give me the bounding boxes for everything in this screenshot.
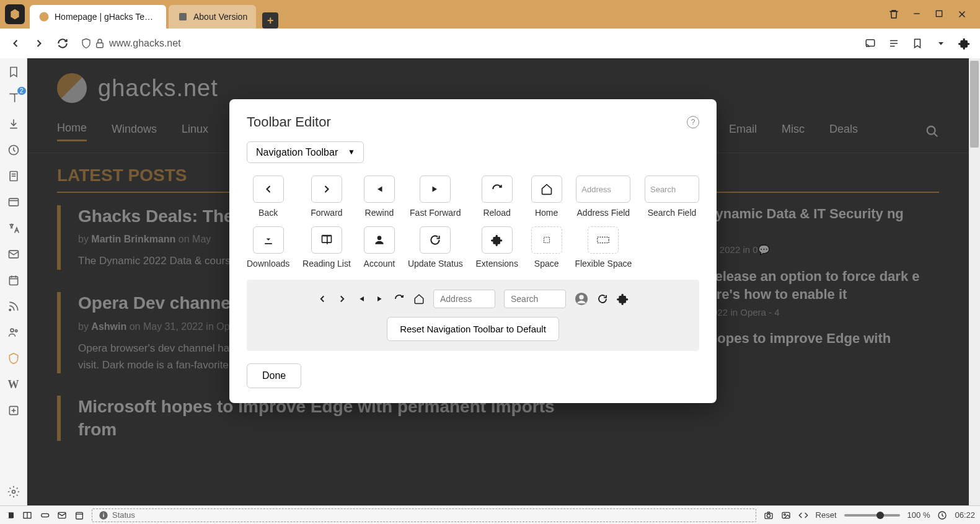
trash-icon[interactable] <box>888 9 899 20</box>
favicon-icon <box>38 11 50 22</box>
preview-reload-icon[interactable] <box>394 293 405 304</box>
item-reload[interactable]: Reload <box>475 175 518 218</box>
site-logo-icon <box>57 73 87 103</box>
new-tab-button[interactable]: + <box>262 12 278 29</box>
toolbar-select[interactable]: Navigation Toolbar <box>247 141 364 163</box>
zoom-slider[interactable] <box>844 514 900 517</box>
item-search-field[interactable]: SearchSearch Field <box>645 175 699 218</box>
reload-button[interactable] <box>53 34 72 53</box>
item-downloads[interactable]: Downloads <box>247 226 289 269</box>
window-panel-icon[interactable] <box>6 195 21 210</box>
lock-icon[interactable] <box>94 38 105 49</box>
preview-account-icon[interactable] <box>575 292 588 306</box>
mail-status-icon[interactable] <box>57 510 67 520</box>
wikipedia-panel-icon[interactable]: W <box>6 377 21 392</box>
preview-forward-icon[interactable] <box>337 293 348 304</box>
preview-home-icon[interactable] <box>413 293 425 304</box>
extensions-icon[interactable] <box>955 34 974 53</box>
item-address-field[interactable]: AddressAddress Field <box>575 175 632 218</box>
reader-icon[interactable] <box>885 34 903 53</box>
tab-title: About Version <box>193 12 247 22</box>
scrollbar-thumb[interactable] <box>970 61 979 148</box>
zoom-reset[interactable]: Reset <box>816 510 837 520</box>
vivaldi-panel-icon[interactable] <box>6 351 21 366</box>
contacts-panel-icon[interactable] <box>6 325 21 340</box>
history-panel-icon[interactable] <box>6 143 21 158</box>
preview-extensions-icon[interactable] <box>617 293 629 305</box>
calendar-status-icon[interactable] <box>74 510 84 520</box>
done-button[interactable]: Done <box>247 363 301 388</box>
tiling-icon[interactable] <box>22 510 32 520</box>
zoom-thumb[interactable] <box>876 512 884 519</box>
svg-line-31 <box>934 133 938 137</box>
item-space[interactable]: Space <box>531 226 562 269</box>
preview-fastforward-icon[interactable] <box>375 294 385 304</box>
translate-panel-icon[interactable] <box>6 221 21 236</box>
shield-icon[interactable] <box>81 38 92 49</box>
calendar-panel-icon[interactable] <box>6 273 21 288</box>
sync-icon[interactable] <box>40 510 50 520</box>
navigation-toolbar: www.ghacks.net <box>0 29 980 58</box>
capture-icon[interactable] <box>764 510 774 520</box>
preview-back-icon[interactable] <box>317 293 328 304</box>
svg-marker-11 <box>938 42 943 45</box>
page-actions-icon[interactable] <box>798 510 808 520</box>
cast-icon[interactable] <box>861 34 880 53</box>
bookmarks-panel-icon[interactable] <box>6 64 21 79</box>
maximize-button[interactable] <box>934 9 944 20</box>
nav-deals[interactable]: Deals <box>829 123 858 141</box>
tab-1[interactable]: About Version <box>169 5 256 29</box>
add-panel-icon[interactable] <box>6 403 21 418</box>
back-button[interactable] <box>6 34 25 53</box>
search-icon[interactable] <box>925 125 939 138</box>
nav-windows[interactable]: Windows <box>112 123 157 141</box>
preview-update-icon[interactable] <box>597 293 608 304</box>
status-field[interactable]: i Status <box>92 508 756 522</box>
item-home[interactable]: Home <box>531 175 562 218</box>
preview-rewind-icon[interactable] <box>356 294 366 304</box>
svg-rect-7 <box>866 40 875 47</box>
downloads-panel-icon[interactable] <box>6 117 21 131</box>
address-text: www.ghacks.net <box>109 38 181 49</box>
svg-point-37 <box>579 295 583 300</box>
toolbar-editor-dialog: Toolbar Editor ? Navigation Toolbar Back… <box>229 99 717 403</box>
notes-panel-icon[interactable] <box>6 169 21 184</box>
minimize-button[interactable] <box>912 9 922 20</box>
mail-panel-icon[interactable] <box>6 247 21 262</box>
feeds-panel-icon[interactable] <box>6 299 21 314</box>
preview-address-input[interactable] <box>433 290 495 308</box>
item-extensions[interactable]: Extensions <box>475 226 518 269</box>
scrollbar[interactable] <box>969 58 980 505</box>
app-icon[interactable] <box>5 4 25 24</box>
item-back[interactable]: Back <box>247 175 289 218</box>
tab-0[interactable]: Homepage | gHacks Techno <box>30 5 166 29</box>
chevron-down-icon[interactable] <box>932 34 950 53</box>
close-button[interactable] <box>956 9 968 20</box>
nav-linux[interactable]: Linux <box>182 123 208 141</box>
nav-home[interactable]: Home <box>57 122 87 141</box>
bookmark-icon[interactable] <box>908 34 927 53</box>
item-fastforward[interactable]: Fast Forward <box>408 175 463 218</box>
settings-panel-icon[interactable] <box>6 484 21 499</box>
nav-email[interactable]: Email <box>729 123 757 141</box>
item-reading-list[interactable]: Reading List <box>302 226 351 269</box>
item-forward[interactable]: Forward <box>302 175 351 218</box>
image-toggle-icon[interactable] <box>781 510 791 520</box>
reset-toolbar-button[interactable]: Reset Navigation Toolbar to Default <box>387 317 559 341</box>
reading-list-panel-icon[interactable]: 2 <box>6 91 21 105</box>
nav-misc[interactable]: Misc <box>782 123 805 141</box>
help-icon[interactable]: ? <box>687 116 699 128</box>
item-update-status[interactable]: Update Status <box>408 226 463 269</box>
item-account[interactable]: Account <box>364 226 395 269</box>
svg-point-29 <box>12 491 15 494</box>
item-rewind[interactable]: Rewind <box>364 175 395 218</box>
panel-toggle-icon[interactable] <box>5 510 15 520</box>
svg-rect-19 <box>9 277 17 285</box>
preview-search-input[interactable] <box>504 290 566 308</box>
address-bar[interactable]: www.ghacks.net <box>77 38 856 49</box>
svg-rect-34 <box>544 238 549 243</box>
item-flexible-space[interactable]: Flexible Space <box>575 226 632 269</box>
forward-button[interactable] <box>30 34 48 53</box>
titlebar: Homepage | gHacks Techno About Version + <box>0 0 980 29</box>
tab-title: Homepage | gHacks Techno <box>55 12 157 22</box>
